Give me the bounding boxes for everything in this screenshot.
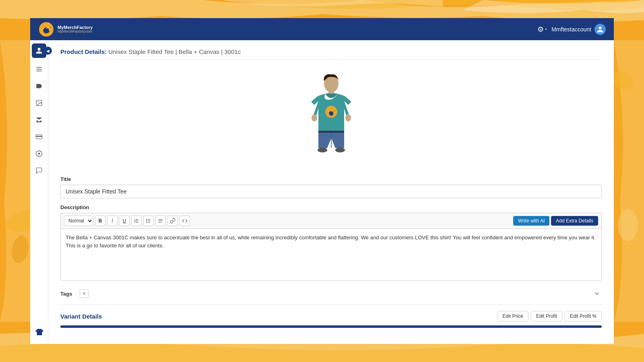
align-btn[interactable] [155,216,166,226]
variant-title: Variant Details [60,313,102,320]
svg-point-17 [312,114,317,121]
format-select[interactable]: Normal H1 H2 H3 [64,216,93,226]
title-input[interactable] [60,185,602,198]
variant-section: Variant Details Edit Price Edit Profit E… [60,311,602,328]
settings-dot-icon: • [545,27,547,31]
title-label: Title [60,176,602,182]
product-details-subtitle: Unisex Staple Fitted Tee | Bella + Canva… [107,48,241,55]
description-label: Description [60,204,602,210]
logo-icon [38,21,54,37]
sidebar-item-tshirt[interactable] [32,325,46,340]
avatar [594,24,606,35]
sidebar-bottom [32,325,46,340]
bold-btn[interactable]: B [95,216,105,226]
add-extra-details-btn[interactable]: Add Extra Details [551,216,598,226]
sidebar-item-settings[interactable] [32,146,46,161]
content-area: Product Details: Unisex Staple Fitted Te… [48,40,614,344]
link-btn[interactable] [167,216,178,226]
product-details-header: Product Details: Unisex Staple Fitted Te… [60,48,602,60]
sidebar-collapse-btn[interactable]: ◀ [44,47,52,55]
italic-btn[interactable]: I [107,216,118,226]
navbar-right: ⚙ • Mmftestaccount [537,24,606,35]
svg-point-3 [618,209,638,241]
variant-bar [60,325,602,328]
write-ai-btn[interactable]: Write with AI [513,216,549,226]
navbar: MyMerchFactory MyMerchFactory.com ⚙ • Mm… [30,18,614,40]
edit-profit-btn[interactable]: Edit Profit [531,311,562,321]
tag-close-btn[interactable]: × [80,289,89,298]
svg-point-30 [147,222,147,222]
variant-buttons: Edit Price Edit Profit Edit Profit % [497,311,602,321]
tags-section: Tags × [60,289,602,305]
editor-toolbar: Normal H1 H2 H3 B I U [60,213,602,228]
logo-text: MyMerchFactory [58,25,93,30]
username-label: Mmftestaccount [551,26,591,33]
product-image-area [60,66,602,170]
product-details-bold-label: Product Details: [60,48,107,55]
svg-rect-21 [318,131,344,133]
settings-btn[interactable]: ⚙ • [537,25,547,34]
sidebar-item-chat[interactable] [32,163,46,178]
unordered-list-btn[interactable] [143,216,154,226]
product-image [299,70,363,158]
variant-header: Variant Details Edit Price Edit Profit E… [60,311,602,321]
svg-point-9 [37,101,38,102]
sidebar-item-images[interactable] [32,96,46,110]
svg-point-20 [335,148,345,152]
underline-btn[interactable]: U [119,216,130,226]
sidebar-item-tags[interactable] [32,79,46,93]
svg-point-12 [38,153,40,155]
code-btn[interactable] [180,216,190,226]
logo-url: MyMerchFactory.com [58,30,93,34]
svg-rect-6 [36,69,42,70]
svg-rect-7 [36,71,42,72]
logo-area: MyMerchFactory MyMerchFactory.com [38,21,93,37]
ordered-list-btn[interactable] [131,216,142,226]
description-section: Description Normal H1 H2 H3 B I U [60,204,602,281]
sidebar: ◀ [30,40,48,344]
product-tshirt-image [299,70,363,158]
svg-point-19 [318,148,327,152]
svg-rect-5 [36,67,42,68]
svg-rect-11 [36,136,42,137]
tags-label: Tags [60,291,76,297]
main-container: ◀ [30,40,614,344]
editor-content[interactable]: The Bella + Canvas 3001C makes sure to a… [60,228,602,281]
svg-point-1 [10,234,31,265]
settings-icon: ⚙ [537,25,544,34]
user-menu[interactable]: Mmftestaccount [551,24,606,35]
tags-expand-btn[interactable] [592,289,602,298]
svg-point-28 [147,219,147,220]
sidebar-item-list[interactable] [32,62,46,76]
svg-point-18 [345,114,351,121]
edit-profit-pct-btn[interactable]: Edit Profit % [565,311,602,321]
sidebar-item-payment[interactable] [32,130,46,144]
edit-price-btn[interactable]: Edit Price [497,311,528,321]
sidebar-item-store[interactable] [32,113,46,127]
sidebar-top: ◀ [30,43,48,178]
svg-point-29 [147,220,147,221]
